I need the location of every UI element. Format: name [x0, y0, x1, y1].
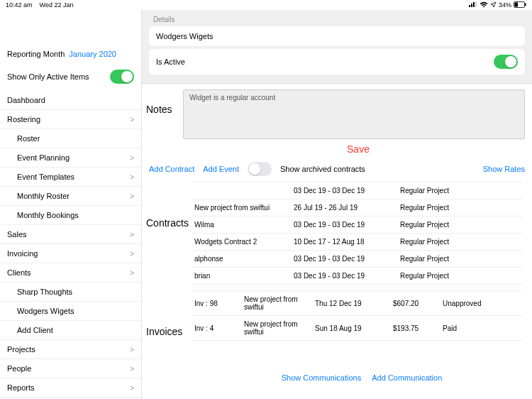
chevron-right-icon: >: [130, 384, 134, 392]
details-section: Details Wodgers Wigets Is Active: [142, 10, 532, 84]
contracts-section: Contracts 03 Dec 19 - 03 Dec 19Regular P…: [142, 179, 532, 288]
status-date: Wed 22 Jan: [40, 1, 74, 9]
add-event-button[interactable]: Add Event: [203, 165, 239, 173]
chevron-right-icon: >: [130, 192, 134, 200]
status-time: 10:42 am: [6, 1, 33, 9]
contract-dates: 03 Dec 19 - 03 Dec 19: [294, 187, 393, 195]
sidebar-item-label: Roster: [17, 134, 40, 143]
contract-row[interactable]: Wodgets Contract 210 Dec 17 - 12 Aug 18R…: [192, 234, 522, 251]
svg-rect-5: [515, 2, 519, 6]
sidebar-item-event-planning[interactable]: Event Planning>: [0, 148, 141, 168]
add-communication-button[interactable]: Add Communication: [372, 373, 442, 382]
notes-textarea[interactable]: Widget is a regular account: [183, 89, 525, 139]
contract-name: Wilma: [194, 221, 287, 229]
contract-type: Regular Project: [400, 272, 485, 280]
sidebar-item-rostering[interactable]: Rostering>: [0, 110, 141, 129]
sidebar-item-label: Rostering: [7, 115, 40, 124]
svg-rect-3: [475, 1, 477, 7]
svg-rect-1: [471, 4, 472, 7]
sidebar-item-dashboard[interactable]: Dashboard: [0, 91, 141, 110]
contract-actions-row: Add Contract Add Event Show archived con…: [142, 159, 532, 179]
status-bar: 10:42 am Wed 22 Jan 34%: [0, 0, 532, 10]
reporting-month-row[interactable]: Reporting Month January 2020: [0, 45, 141, 62]
contract-name: New project from swiftui: [194, 204, 287, 212]
contract-row[interactable]: Wilma03 Dec 19 - 03 Dec 19Regular Projec…: [192, 217, 522, 234]
svg-rect-2: [473, 2, 475, 7]
is-active-toggle[interactable]: [494, 55, 518, 69]
contract-row[interactable]: New project from swiftui26 Jul 19 - 26 J…: [192, 200, 522, 217]
details-header: Details: [149, 14, 525, 26]
contract-row[interactable]: brian03 Dec 19 - 03 Dec 19Regular Projec…: [192, 268, 522, 285]
battery-percent: 34%: [499, 1, 511, 9]
wifi-icon: [480, 1, 488, 9]
show-active-row: Show Only Active Items: [0, 62, 141, 91]
invoice-status: Unapproved: [443, 300, 506, 307]
communications-row: Show Communications Add Communication: [192, 365, 532, 390]
sidebar-item-label: Reports: [7, 383, 35, 392]
add-contract-button[interactable]: Add Contract: [149, 165, 194, 173]
sidebar-item-label: Monthly Bookings: [17, 211, 79, 219]
svg-rect-6: [525, 3, 526, 6]
sidebar-item-label: Event Planning: [17, 153, 70, 162]
svg-rect-0: [469, 5, 470, 7]
sidebar-item-label: Clients: [7, 268, 31, 277]
contract-type: Regular Project: [400, 187, 485, 195]
chevron-right-icon: >: [130, 269, 134, 277]
chevron-right-icon: >: [130, 365, 134, 373]
status-left: 10:42 am Wed 22 Jan: [6, 1, 73, 9]
is-active-label: Is Active: [156, 58, 185, 66]
is-active-row: Is Active: [149, 49, 525, 75]
sidebar-item-label: Add Client: [17, 326, 53, 334]
reporting-month-label: Reporting Month: [7, 50, 65, 58]
invoices-section: Invoices Inv : 98New project from swiftu…: [142, 288, 532, 344]
status-right: 34%: [469, 1, 526, 9]
sidebar-item-invoicing[interactable]: Invoicing>: [0, 244, 141, 263]
invoice-number: Inv : 4: [194, 324, 237, 332]
battery-icon: [514, 1, 526, 9]
invoice-date: Sun 18 Aug 19: [315, 324, 386, 332]
sidebar-item-people[interactable]: People>: [0, 359, 141, 378]
sidebar-item-label: Invoicing: [7, 249, 38, 258]
sidebar-item-roster[interactable]: Roster: [0, 129, 141, 148]
show-archived-toggle[interactable]: [248, 162, 272, 176]
contract-dates: 03 Dec 19 - 03 Dec 19: [294, 221, 393, 229]
notes-title: Notes: [142, 89, 183, 115]
invoices-title: Invoices: [142, 290, 192, 337]
notes-section: Notes Widget is a regular account: [142, 84, 532, 139]
sidebar-item-clients[interactable]: Clients>: [0, 263, 141, 283]
chevron-right-icon: >: [130, 116, 134, 124]
invoice-row[interactable]: Inv : 4New project from swiftuiSun 18 Au…: [192, 316, 522, 341]
sidebar-item-monthly-roster[interactable]: Monthly Roster>: [0, 187, 141, 206]
client-name-value: Wodgers Wigets: [156, 32, 214, 40]
show-communications-button[interactable]: Show Communications: [282, 373, 362, 382]
save-button[interactable]: Save: [184, 139, 532, 159]
client-name-field[interactable]: Wodgers Wigets: [149, 26, 525, 46]
contract-dates: 03 Dec 19 - 03 Dec 19: [294, 255, 393, 263]
sidebar-item-label: Sharp Thoughts: [17, 288, 72, 296]
sidebar-item-reports[interactable]: Reports>: [0, 378, 141, 398]
sidebar-item-projects[interactable]: Projects>: [0, 340, 141, 359]
sidebar-item-event-templates[interactable]: Event Templates>: [0, 168, 141, 187]
show-active-toggle[interactable]: [110, 70, 134, 84]
sidebar-item-sharp-thoughts[interactable]: Sharp Thoughts: [0, 283, 141, 302]
contract-type: Regular Project: [400, 238, 485, 246]
chevron-right-icon: >: [130, 173, 134, 181]
show-rates-button[interactable]: Show Rates: [483, 165, 525, 173]
contracts-title: Contracts: [142, 182, 192, 229]
contracts-table: 03 Dec 19 - 03 Dec 19Regular ProjectNew …: [192, 182, 532, 285]
invoice-row[interactable]: Inv : 98New project from swiftuiThu 12 D…: [192, 290, 522, 316]
sidebar-item-add-client[interactable]: Add Client: [0, 321, 141, 340]
location-icon: [490, 1, 497, 9]
sidebar-item-sales[interactable]: Sales>: [0, 225, 141, 244]
sidebar-item-wodgers-wigets[interactable]: Wodgers Wigets: [0, 302, 141, 321]
sidebar-item-monthly-bookings[interactable]: Monthly Bookings: [0, 206, 141, 225]
invoice-project: New project from swiftui: [244, 320, 308, 336]
contract-name: Wodgets Contract 2: [194, 238, 287, 246]
contract-type: Regular Project: [400, 221, 485, 229]
contract-type: Regular Project: [400, 204, 485, 212]
contract-row[interactable]: alphonse03 Dec 19 - 03 Dec 19Regular Pro…: [192, 251, 522, 268]
contract-row[interactable]: 03 Dec 19 - 03 Dec 19Regular Project: [192, 182, 522, 200]
sidebar: Reporting Month January 2020 Show Only A…: [0, 10, 142, 399]
invoices-table: Inv : 98New project from swiftuiThu 12 D…: [192, 290, 532, 341]
reporting-month-value[interactable]: January 2020: [69, 50, 116, 58]
